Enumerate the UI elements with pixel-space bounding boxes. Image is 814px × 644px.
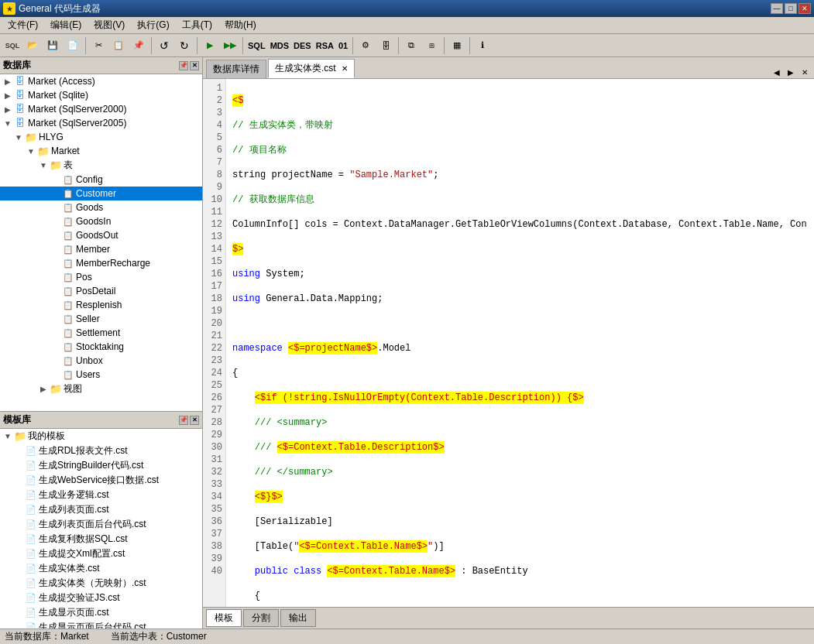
- toggle-my-tpl[interactable]: ▼: [2, 430, 14, 443]
- tree-tpl-2[interactable]: 📄 生成StringBuilder代码.cst: [0, 458, 202, 473]
- toolbar-redo[interactable]: ↻: [175, 36, 194, 55]
- tree-settlement[interactable]: 📋 Settlement: [0, 326, 202, 340]
- toggle-ss2005[interactable]: ▼: [2, 117, 14, 129]
- toolbar-play[interactable]: ▶: [201, 36, 219, 55]
- tree-tpl-11[interactable]: 📄 生成提交验证JS.cst: [0, 591, 202, 605]
- tree-goodsout[interactable]: 📋 GoodsOut: [0, 228, 202, 242]
- tree-market-ss2005[interactable]: ▼ 🗄 Market (SqlServer2005): [0, 116, 202, 130]
- tab-scroll-left[interactable]: ◀: [771, 67, 783, 78]
- tree-tpl-4[interactable]: 📄 生成业务逻辑.cst: [0, 488, 202, 502]
- tree-label: 表: [62, 159, 73, 172]
- menu-tools[interactable]: 工具(T): [176, 17, 218, 33]
- tree-tpl-7[interactable]: 📄 生成复利数据SQL.cst: [0, 532, 202, 546]
- tree-views[interactable]: ▶ 📁 视图: [0, 382, 202, 396]
- tree-goodsin[interactable]: 📋 GoodsIn: [0, 214, 202, 228]
- db-icon: 🗄: [14, 89, 26, 101]
- db-panel-pin[interactable]: 📌: [179, 61, 188, 70]
- toggle-market[interactable]: ▼: [25, 145, 37, 157]
- minimize-button[interactable]: —: [771, 3, 783, 14]
- toolbar-paste2[interactable]: ⧆: [422, 36, 441, 55]
- tree-goods[interactable]: 📋 Goods: [0, 200, 202, 214]
- menu-run[interactable]: 执行(G): [131, 17, 175, 33]
- tree-label: Seller: [74, 313, 100, 324]
- tree-tpl-12[interactable]: 📄 生成显示页面.cst: [0, 605, 202, 620]
- toolbar-open[interactable]: 📂: [23, 36, 42, 55]
- tab-close-button[interactable]: ✕: [342, 64, 348, 73]
- tree-market-access[interactable]: ▶ 🗄 Market (Access): [0, 74, 202, 88]
- tree-pos[interactable]: 📋 Pos: [0, 270, 202, 284]
- tree-memberrecharge[interactable]: 📋 MemberRecharge: [0, 256, 202, 270]
- table-icon: 📋: [62, 229, 74, 242]
- menu-view[interactable]: 视图(V): [88, 17, 131, 33]
- toggle-tables[interactable]: ▼: [37, 159, 50, 172]
- tree-unbox[interactable]: 📋 Unbox: [0, 354, 202, 368]
- toolbar-saveas[interactable]: 📄: [64, 36, 82, 55]
- tree-tpl-10[interactable]: 📄 生成实体类（无映射）.cst: [0, 576, 202, 591]
- menu-help[interactable]: 帮助(H): [218, 17, 263, 33]
- tree-customer[interactable]: 📋 Customer: [0, 187, 202, 200]
- tree-config[interactable]: 📋 Config: [0, 173, 202, 187]
- table-icon: 📋: [62, 313, 74, 325]
- toolbar-save[interactable]: 💾: [43, 36, 62, 55]
- maximize-button[interactable]: □: [785, 3, 797, 14]
- toolbar-copy[interactable]: 📋: [109, 36, 128, 55]
- close-button[interactable]: ✕: [799, 3, 811, 14]
- sep1: [85, 37, 86, 54]
- folder-icon: 📁: [50, 383, 62, 396]
- bottom-tab-output[interactable]: 输出: [280, 609, 316, 627]
- tpl-panel-close[interactable]: ✕: [190, 416, 199, 425]
- code-editor[interactable]: 1 2 3 4 5 6 7 8 9 10 11 12 13 14 15 16 1…: [203, 79, 814, 607]
- db-tree[interactable]: ▶ 🗄 Market (Access) ▶ 🗄 Market (Sqlite) …: [0, 74, 202, 411]
- toolbar-paste[interactable]: 📌: [129, 36, 148, 55]
- db-panel-close[interactable]: ✕: [190, 61, 199, 70]
- toggle-views[interactable]: ▶: [37, 383, 50, 396]
- tree-seller[interactable]: 📋 Seller: [0, 312, 202, 326]
- tree-member[interactable]: 📋 Member: [0, 242, 202, 256]
- tree-users[interactable]: 📋 Users: [0, 368, 202, 382]
- tree-tables[interactable]: ▼ 📁 表: [0, 158, 202, 173]
- bottom-tab-split[interactable]: 分割: [243, 609, 279, 627]
- toolbar-run[interactable]: ▦: [448, 36, 466, 55]
- toolbar-sql[interactable]: SQL: [3, 36, 22, 55]
- tree-market-sqlite[interactable]: ▶ 🗄 Market (Sqlite): [0, 88, 202, 102]
- tpl-tree[interactable]: ▼ 📁 我的模板 📄 生成RDL报表文件.cst 📄 生成StringBuild…: [0, 429, 202, 629]
- tree-resplenish[interactable]: 📋 Resplenish: [0, 298, 202, 312]
- toolbar-playall[interactable]: ▶▶: [221, 36, 239, 55]
- tpl-panel-pin[interactable]: 📌: [179, 416, 188, 425]
- tpl-panel-title: 模板库: [3, 413, 31, 426]
- toggle-ss2000[interactable]: ▶: [2, 103, 14, 115]
- toolbar-settings[interactable]: ⚙: [356, 36, 375, 55]
- toggle-access[interactable]: ▶: [2, 75, 14, 87]
- tree-market-ss2000[interactable]: ▶ 🗄 Market (SqlServer2000): [0, 102, 202, 116]
- tree-posdetail[interactable]: 📋 PosDetail: [0, 284, 202, 298]
- tree-my-templates[interactable]: ▼ 📁 我的模板: [0, 429, 202, 444]
- tree-tpl-1[interactable]: 📄 生成RDL报表文件.cst: [0, 444, 202, 458]
- tree-tpl-8[interactable]: 📄 生成提交Xml配置.cst: [0, 546, 202, 561]
- tree-tpl-5[interactable]: 📄 生成列表页面.cst: [0, 502, 202, 517]
- tab-gen-entity[interactable]: 生成实体类.cst ✕: [268, 59, 355, 78]
- menu-edit[interactable]: 编辑(E): [44, 17, 88, 33]
- tree-label: 我的模板: [26, 430, 65, 443]
- toolbar-undo[interactable]: ↺: [155, 36, 173, 55]
- tree-tpl-9[interactable]: 📄 生成实体类.cst: [0, 561, 202, 576]
- tree-label: 生成显示页面.cst: [37, 606, 109, 619]
- menu-file[interactable]: 文件(F): [2, 17, 44, 33]
- tab-db-detail[interactable]: 数据库详情: [206, 60, 266, 78]
- code-content[interactable]: <$ // 生成实体类，带映射 // 项目名称 string projectNa…: [226, 79, 814, 607]
- tree-tpl-13[interactable]: 📄 生成显示页面后台代码.cst: [0, 620, 202, 629]
- tab-scroll-right[interactable]: ▶: [785, 67, 797, 78]
- toggle-hlyg[interactable]: ▼: [12, 131, 25, 143]
- tab-close-all[interactable]: ✕: [799, 67, 811, 78]
- tree-market[interactable]: ▼ 📁 Market: [0, 144, 202, 158]
- toolbar-rsa: DES: [292, 41, 313, 50]
- toolbar-info[interactable]: ℹ: [473, 36, 492, 55]
- toolbar-copy2[interactable]: ⧉: [402, 36, 421, 55]
- tree-hlyg[interactable]: ▼ 📁 HLYG: [0, 130, 202, 144]
- tree-stocktaking[interactable]: 📋 Stocktaking: [0, 340, 202, 354]
- tree-tpl-3[interactable]: 📄 生成WebService接口数据.cst: [0, 473, 202, 488]
- tree-tpl-6[interactable]: 📄 生成列表页面后台代码.cst: [0, 517, 202, 532]
- toolbar-db[interactable]: 🗄: [376, 36, 395, 55]
- bottom-tab-template[interactable]: 模板: [206, 609, 242, 627]
- toggle-sqlite[interactable]: ▶: [2, 89, 14, 101]
- toolbar-cut[interactable]: ✂: [89, 36, 108, 55]
